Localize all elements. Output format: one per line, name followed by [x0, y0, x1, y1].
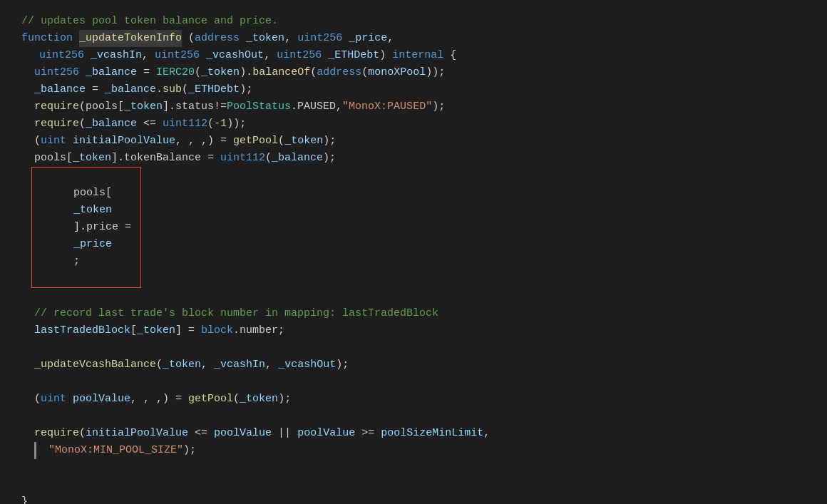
pool-val2: poolValue — [214, 425, 272, 442]
code-line-10: pools[ _token ].price = _price ; — [21, 167, 827, 288]
balance-ref2: _balance — [272, 150, 323, 167]
gp1-args: ( — [278, 133, 284, 150]
param-vcashIn: _vcashIn — [91, 47, 142, 64]
semi-10: ; — [73, 255, 80, 267]
code-line-7: require ( _balance <= uint112 (- 1 )); — [21, 115, 827, 133]
string-paused: "MonoX:PAUSED" — [342, 98, 432, 115]
init-pool-val2: initialPoolValue — [86, 425, 188, 442]
indent-19 — [21, 425, 34, 442]
token-ref8: _token — [240, 391, 278, 408]
code-container: // updates pool token balance and price.… — [0, 0, 827, 504]
req2-op: <= — [137, 115, 163, 133]
keyword-address: address — [317, 64, 361, 81]
pool-val3: poolValue — [297, 425, 355, 442]
indent-4 — [21, 64, 34, 81]
dot1: . — [156, 81, 163, 98]
type-uint256-4: uint256 — [277, 47, 322, 64]
block-number: .number; — [233, 322, 284, 339]
code-line-21 — [21, 459, 827, 476]
indent-7 — [21, 115, 34, 133]
indent-5 — [21, 81, 34, 98]
update-vcash: _updateVcashBalance — [34, 356, 156, 374]
s3 — [322, 47, 328, 64]
code-line-2: function _updateTokenInfo ( address _tok… — [21, 30, 827, 47]
indent-20 — [21, 442, 34, 459]
req3-close: ); — [183, 442, 196, 459]
code-line-17: ( uint poolValue , , ,) = getPool ( _tok… — [21, 391, 827, 408]
s2 — [200, 47, 206, 64]
code-text-2: ( — [182, 30, 195, 47]
sub-args: ( — [182, 81, 188, 98]
pool-value: poolValue — [73, 391, 130, 408]
req3-or: || — [272, 425, 297, 442]
ltb-assign: ] = — [175, 322, 201, 339]
type-uint256-5: uint256 — [34, 64, 79, 81]
req1-paused: .PAUSED, — [291, 98, 342, 115]
token-ref4: _token — [73, 150, 111, 167]
code-line-23: } — [21, 493, 827, 504]
req1-mid: ].status!= — [163, 98, 227, 115]
indent-13 — [21, 322, 34, 339]
eq1: = — [137, 64, 156, 81]
uvc-c2: , — [265, 356, 278, 374]
token-ref7: _token — [163, 356, 201, 374]
req3-comma: , — [483, 425, 490, 442]
indent-bar — [21, 47, 34, 64]
price-val: _price — [73, 238, 112, 250]
getpool2: getPool — [188, 391, 233, 408]
type-uint256-1: uint256 — [297, 30, 342, 47]
token-ref6: _token — [137, 322, 175, 339]
param-price: _price — [349, 30, 387, 47]
code-line-16 — [21, 374, 827, 391]
code-line-22 — [21, 476, 827, 493]
init-pool-val: initialPoolValue — [73, 133, 175, 150]
getpool1: getPool — [233, 133, 278, 150]
require2: require — [34, 115, 79, 133]
code-line-6: require (pools[ _token ].status!= PoolSt… — [21, 98, 827, 115]
code-line-12: // record last trade's block number in m… — [21, 305, 827, 322]
string-min-pool: "MonoX:MIN_POOL_SIZE" — [48, 442, 183, 459]
code-line-19: require ( initialPoolValue <= poolValue … — [21, 425, 827, 442]
vcash-out: _vcashOut — [278, 356, 336, 374]
req3-op2: >= — [355, 425, 381, 442]
param-token: _token — [246, 30, 284, 47]
num-1: 1 — [220, 115, 227, 133]
eq2: = — [86, 81, 105, 98]
space-2 — [240, 30, 246, 47]
code-line-13: lastTradedBlock [ _token ] = block .numb… — [21, 322, 827, 339]
token-ref1: _token — [201, 64, 240, 81]
comma1: , — [284, 30, 297, 47]
token-ref5: _token — [73, 204, 112, 216]
balanceof: balanceOf — [252, 64, 310, 81]
indent-9: pools[ — [21, 150, 73, 167]
pool-status: PoolStatus — [227, 98, 291, 115]
s4 — [79, 64, 86, 81]
p4: ( — [361, 64, 368, 81]
var-balance3: _balance — [105, 81, 156, 98]
uvc-args: ( — [156, 356, 163, 374]
c1: , — [142, 47, 155, 64]
s1 — [84, 47, 91, 64]
ierc20: IERC20 — [156, 64, 195, 81]
eth-debt2: _ETHDebt — [188, 81, 240, 98]
code-line-8: ( uint initialPoolValue , , ,) = getPool… — [21, 133, 827, 150]
c2: , — [264, 47, 277, 64]
closing-brace: } — [21, 493, 28, 504]
sub-close: ); — [240, 81, 252, 98]
param-ethDebt: _ETHDebt — [328, 47, 379, 64]
line-bar-20 — [34, 442, 46, 459]
code-line-18 — [21, 408, 827, 425]
require3: require — [34, 425, 79, 442]
req2-args: ( — [79, 115, 86, 133]
vcash-in: _vcashIn — [214, 356, 265, 374]
code-line-5: _balance = _balance . sub ( _ETHDebt ); — [21, 81, 827, 98]
p2: ). — [240, 64, 252, 81]
keyword-uint-1: uint — [41, 133, 66, 150]
req1-close: ); — [432, 98, 445, 115]
space-1 — [73, 30, 79, 47]
monox-pool: monoXPool — [368, 64, 426, 81]
space-init — [66, 133, 73, 150]
space-pv — [66, 391, 73, 408]
gp1-close: ); — [323, 133, 336, 150]
balance-ref: _balance — [86, 115, 137, 133]
